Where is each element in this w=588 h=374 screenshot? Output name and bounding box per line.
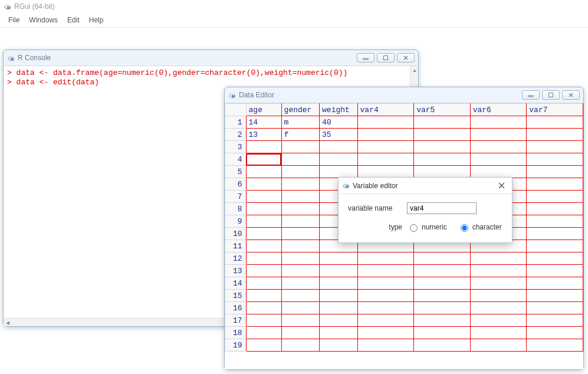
row-header[interactable]: 4	[225, 153, 247, 166]
cell[interactable]	[470, 116, 527, 129]
cell[interactable]	[470, 314, 527, 327]
cell[interactable]	[281, 265, 319, 277]
cell[interactable]	[527, 339, 583, 352]
menu-windows[interactable]: Windows	[24, 15, 63, 25]
row-header[interactable]: 15	[225, 290, 247, 302]
cell[interactable]: 35	[320, 129, 357, 141]
data-editor-titlebar[interactable]: R Data Editor	[225, 87, 583, 103]
cell[interactable]	[527, 265, 583, 277]
column-header-gender[interactable]: gender	[281, 104, 319, 116]
cell[interactable]	[281, 215, 319, 228]
cell[interactable]	[414, 166, 471, 178]
cell[interactable]	[246, 191, 281, 203]
cell[interactable]	[414, 141, 471, 153]
cell[interactable]	[527, 327, 583, 339]
row-header[interactable]: 9	[225, 215, 247, 228]
type-numeric-radio[interactable]: numeric	[407, 222, 447, 232]
cell[interactable]	[414, 290, 471, 302]
row-header[interactable]: 17	[225, 314, 247, 327]
cell[interactable]	[414, 314, 471, 327]
cell[interactable]	[470, 166, 527, 178]
cell[interactable]	[246, 339, 281, 352]
row-header[interactable]: 3	[225, 141, 247, 153]
cell[interactable]	[320, 265, 357, 277]
cell[interactable]	[246, 166, 281, 178]
cell[interactable]	[320, 327, 357, 339]
cell[interactable]	[357, 327, 414, 339]
cell[interactable]	[281, 191, 319, 203]
console-minimize-button[interactable]	[357, 53, 375, 63]
cell[interactable]	[320, 277, 357, 290]
cell[interactable]	[357, 129, 414, 141]
variable-editor-titlebar[interactable]: R Variable editor	[339, 178, 512, 194]
row-header[interactable]: 14	[225, 277, 247, 290]
menu-edit[interactable]: Edit	[63, 15, 84, 25]
variable-name-input[interactable]	[407, 202, 477, 214]
cell[interactable]	[281, 178, 319, 191]
cell[interactable]	[357, 252, 414, 265]
cell[interactable]	[357, 265, 414, 277]
cell[interactable]	[246, 153, 281, 166]
menu-file[interactable]: File	[4, 15, 24, 25]
cell[interactable]	[246, 203, 281, 215]
cell[interactable]	[357, 153, 414, 166]
cell[interactable]	[357, 166, 414, 178]
cell[interactable]	[527, 252, 583, 265]
column-header-var4[interactable]: var4	[357, 104, 414, 116]
cell[interactable]	[320, 141, 357, 153]
cell[interactable]	[414, 252, 471, 265]
cell[interactable]	[320, 302, 357, 314]
column-header-weight[interactable]: weight	[320, 104, 357, 116]
cell[interactable]: m	[281, 116, 319, 129]
cell[interactable]	[470, 327, 527, 339]
row-header[interactable]: 18	[225, 327, 247, 339]
cell[interactable]	[281, 228, 319, 240]
cell[interactable]	[281, 302, 319, 314]
cell[interactable]	[527, 215, 583, 228]
cell[interactable]	[527, 141, 583, 153]
console-maximize-button[interactable]	[377, 53, 395, 63]
row-header[interactable]: 12	[225, 252, 247, 265]
cell[interactable]	[527, 129, 583, 141]
row-header[interactable]: 19	[225, 339, 247, 352]
cell[interactable]	[527, 166, 583, 178]
cell[interactable]	[527, 116, 583, 129]
data-editor-minimize-button[interactable]	[522, 90, 540, 100]
cell[interactable]	[246, 215, 281, 228]
scroll-up-icon[interactable]: ▲	[410, 66, 418, 74]
scroll-left-icon[interactable]: ◀	[4, 319, 12, 326]
cell[interactable]: 14	[246, 116, 281, 129]
cell[interactable]: f	[281, 129, 319, 141]
cell[interactable]	[281, 327, 319, 339]
cell[interactable]	[527, 178, 583, 191]
console-close-button[interactable]	[397, 53, 415, 63]
cell[interactable]	[281, 277, 319, 290]
column-header-var7[interactable]: var7	[527, 104, 583, 116]
cell[interactable]	[320, 153, 357, 166]
cell[interactable]	[320, 166, 357, 178]
data-editor-maximize-button[interactable]	[542, 90, 560, 100]
cell[interactable]	[281, 203, 319, 215]
cell[interactable]	[281, 314, 319, 327]
cell[interactable]	[281, 166, 319, 178]
menu-help[interactable]: Help	[84, 15, 109, 25]
column-header-age[interactable]: age	[246, 104, 281, 116]
cell[interactable]	[246, 302, 281, 314]
cell[interactable]	[246, 240, 281, 252]
cell[interactable]	[527, 191, 583, 203]
cell[interactable]	[414, 116, 471, 129]
cell[interactable]	[414, 277, 471, 290]
cell[interactable]	[246, 141, 281, 153]
type-character-radio[interactable]: character	[458, 222, 502, 232]
cell[interactable]	[414, 129, 471, 141]
row-header[interactable]: 5	[225, 166, 247, 178]
cell[interactable]	[414, 153, 471, 166]
cell[interactable]: 13	[246, 129, 281, 141]
cell[interactable]	[470, 339, 527, 352]
cell[interactable]	[281, 339, 319, 352]
cell[interactable]	[320, 290, 357, 302]
row-header[interactable]: 7	[225, 191, 247, 203]
cell[interactable]	[527, 314, 583, 327]
cell[interactable]	[320, 339, 357, 352]
cell[interactable]	[414, 339, 471, 352]
